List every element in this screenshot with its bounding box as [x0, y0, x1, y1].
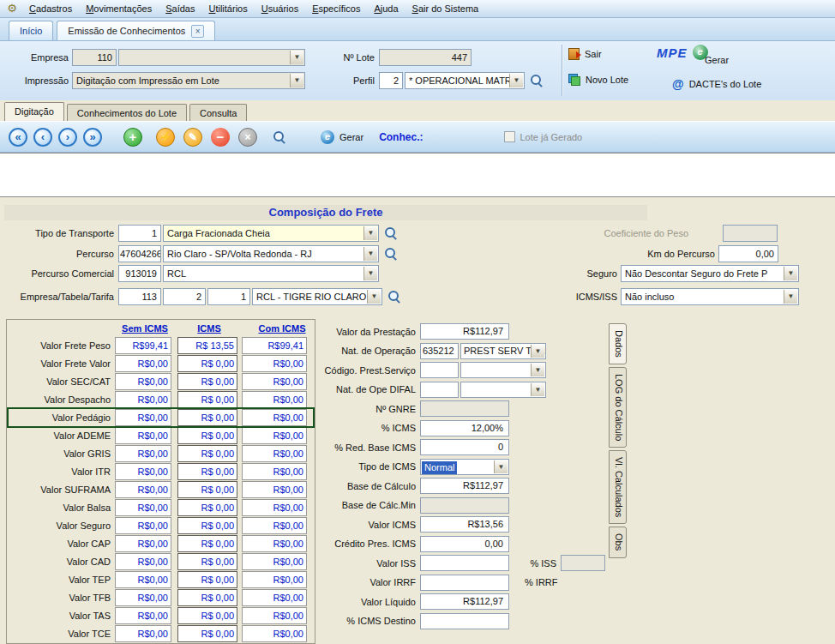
values-cell-icms[interactable]: R$ 0,00: [177, 571, 237, 588]
values-cell-com-icms[interactable]: R$99,41: [242, 337, 307, 354]
impressao-combo[interactable]: Digitação com Impressão em Lote ▼: [72, 72, 305, 89]
values-cell-sem-icms[interactable]: R$0,00: [115, 571, 171, 588]
seguro-combo[interactable]: Não Descontar Seguro do Frete P ▼: [621, 265, 799, 282]
lote-field[interactable]: 447: [379, 49, 472, 66]
ett-empresa-field[interactable]: 113: [118, 288, 161, 305]
ett-tarifa-field[interactable]: 1: [207, 288, 250, 305]
calc-value-field[interactable]: [420, 575, 509, 591]
values-cell-com-icms[interactable]: R$0,00: [242, 391, 307, 408]
empresa-field[interactable]: 110: [72, 49, 117, 66]
values-cell-com-icms[interactable]: R$0,00: [242, 463, 307, 480]
gerar-header-button[interactable]: Gerar: [705, 55, 729, 65]
dropdown-arrow-icon[interactable]: ▼: [784, 290, 797, 304]
calc-code-field[interactable]: [420, 382, 459, 398]
nav-last-button[interactable]: »: [83, 128, 102, 147]
delete-button[interactable]: −: [211, 128, 230, 147]
values-cell-icms[interactable]: R$ 0,00: [177, 607, 237, 624]
calc-combo[interactable]: PREST SERV TRANSI▼: [460, 343, 546, 359]
values-cell-icms[interactable]: R$ 0,00: [177, 355, 237, 372]
menu-item-2[interactable]: Saídas: [159, 1, 201, 16]
side-tab-1[interactable]: LOG do Cálculo: [609, 367, 627, 448]
values-cell-icms[interactable]: R$ 13,55: [177, 337, 237, 354]
ett-search-icon[interactable]: [387, 290, 401, 304]
values-cell-sem-icms[interactable]: R$0,00: [115, 517, 171, 534]
menu-item-3[interactable]: Utilitários: [201, 1, 254, 16]
values-cell-sem-icms[interactable]: R$0,00: [115, 499, 171, 516]
values-cell-icms[interactable]: R$ 0,00: [177, 373, 237, 390]
km-percurso-field[interactable]: 0,00: [718, 245, 778, 262]
calc-value-field[interactable]: [420, 400, 509, 417]
values-cell-sem-icms[interactable]: R$0,00: [115, 463, 171, 480]
dropdown-arrow-icon[interactable]: ▼: [367, 290, 381, 304]
values-cell-com-icms[interactable]: R$0,00: [242, 535, 307, 552]
values-cell-sem-icms[interactable]: R$0,00: [115, 625, 171, 642]
menu-item-7[interactable]: Sair do Sistema: [405, 1, 486, 16]
values-cell-com-icms[interactable]: R$0,00: [242, 373, 307, 390]
values-cell-sem-icms[interactable]: R$0,00: [115, 535, 171, 552]
values-cell-sem-icms[interactable]: R$0,00: [115, 553, 171, 570]
dacte-button[interactable]: @ DACTE's do Lote: [672, 77, 761, 91]
calc-value-field[interactable]: R$112,97: [420, 593, 509, 610]
tab-inicio[interactable]: Início: [9, 21, 53, 40]
calc-extra-field[interactable]: [561, 555, 605, 571]
add-button[interactable]: +: [123, 128, 142, 147]
dropdown-arrow-icon[interactable]: ▼: [509, 74, 523, 87]
dropdown-arrow-icon[interactable]: ▼: [363, 267, 377, 280]
calc-value-field[interactable]: [420, 555, 509, 571]
menu-item-6[interactable]: Ajuda: [367, 1, 405, 16]
lote-ja-gerado-checkbox[interactable]: Lote já Gerado: [504, 131, 582, 142]
menu-item-1[interactable]: Movimentações: [79, 1, 159, 16]
empresa-combo[interactable]: ▼: [118, 49, 305, 66]
values-cell-sem-icms[interactable]: R$0,00: [115, 391, 171, 408]
percurso-comercial-combo[interactable]: RCL ▼: [163, 265, 379, 282]
tipo-transporte-search-icon[interactable]: [384, 226, 398, 240]
calc-value-field[interactable]: R$13,56: [420, 516, 509, 533]
values-cell-com-icms[interactable]: R$0,00: [242, 607, 307, 624]
quick-post-button[interactable]: ⚡: [156, 128, 175, 147]
tipo-transporte-combo[interactable]: Carga Fracionada Cheia ▼: [163, 225, 379, 242]
percurso-code-field[interactable]: 47604266: [118, 245, 161, 262]
calc-code-field[interactable]: [420, 362, 459, 378]
icms-iss-combo[interactable]: Não incluso ▼: [621, 288, 799, 305]
values-cell-icms[interactable]: R$ 0,00: [177, 517, 237, 534]
calc-value-field[interactable]: 0,00: [420, 536, 509, 552]
side-tab-0[interactable]: Dados: [609, 323, 627, 364]
menu-item-0[interactable]: Cadastros: [22, 1, 79, 16]
values-cell-com-icms[interactable]: R$0,00: [242, 355, 307, 372]
page-tab-0[interactable]: Digitação: [4, 102, 64, 121]
percurso-search-icon[interactable]: [384, 247, 398, 261]
nav-next-button[interactable]: ›: [58, 128, 77, 147]
calc-value-field[interactable]: [420, 497, 509, 514]
calc-value-field[interactable]: 0: [420, 439, 509, 455]
values-cell-icms[interactable]: R$ 0,00: [177, 589, 237, 606]
dropdown-arrow-icon[interactable]: ▼: [784, 267, 797, 280]
values-cell-icms[interactable]: R$ 0,00: [177, 445, 237, 462]
values-cell-com-icms[interactable]: R$0,00: [242, 589, 307, 606]
dropdown-arrow-icon[interactable]: ▼: [494, 460, 508, 473]
tab-emissao-de-conhecimentos[interactable]: Emissão de Conhecimentos ×: [57, 21, 215, 40]
perfil-num-field[interactable]: 2: [379, 72, 403, 89]
values-cell-icms[interactable]: R$ 0,00: [177, 625, 237, 642]
calc-combo[interactable]: ▼: [460, 362, 546, 378]
menu-item-4[interactable]: Usuários: [255, 1, 305, 16]
page-tab-1[interactable]: Conhecimentos do Lote: [67, 104, 187, 121]
values-cell-sem-icms[interactable]: R$0,00: [115, 427, 171, 444]
gerar-toolbar-button[interactable]: e Gerar: [321, 130, 363, 144]
calc-value-field[interactable]: [420, 613, 509, 629]
close-tab-icon[interactable]: ×: [191, 25, 204, 38]
percurso-comercial-code-field[interactable]: 913019: [118, 265, 161, 282]
calc-value-field[interactable]: R$112,97: [420, 323, 509, 340]
calc-value-field[interactable]: 12,00%: [420, 420, 509, 436]
values-cell-sem-icms[interactable]: R$0,00: [115, 373, 171, 390]
calc-combo[interactable]: Normal▼: [420, 459, 509, 475]
dropdown-arrow-icon[interactable]: ▼: [290, 74, 303, 87]
values-cell-icms[interactable]: R$ 0,00: [177, 535, 237, 552]
edit-button[interactable]: ✎: [183, 128, 202, 147]
conhecimento-edit-area[interactable]: [0, 153, 835, 197]
side-tab-2[interactable]: Vl. Calculados: [609, 450, 627, 524]
values-cell-icms[interactable]: R$ 0,00: [177, 481, 237, 498]
values-cell-com-icms[interactable]: R$0,00: [242, 625, 307, 642]
page-tab-2[interactable]: Consulta: [189, 104, 247, 121]
perfil-search-icon[interactable]: [530, 74, 544, 87]
side-tab-3[interactable]: Obs: [609, 527, 627, 557]
